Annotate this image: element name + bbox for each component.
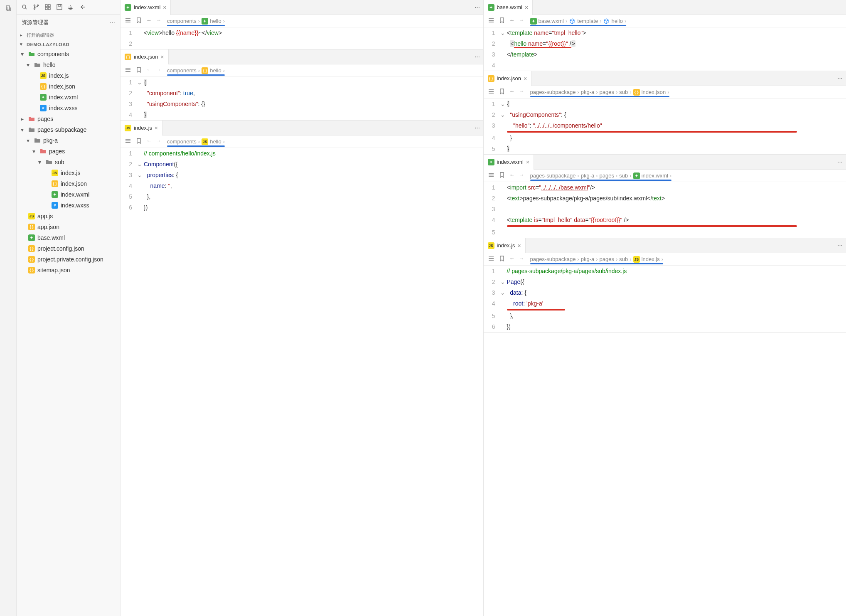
forward-icon[interactable]: → <box>519 255 524 263</box>
bookmark-icon[interactable] <box>135 17 142 25</box>
code-editor[interactable]: 1⌄{2 "component": true,3 "usingComponent… <box>121 77 483 120</box>
editor-tab[interactable]: { }index.json× <box>121 49 169 64</box>
back-icon[interactable]: ← <box>146 17 152 25</box>
files-icon[interactable] <box>3 3 13 13</box>
fold-icon[interactable] <box>137 191 144 202</box>
fold-icon[interactable]: ⌄ <box>137 170 144 180</box>
section-opened-editors[interactable]: ▸ 打开的编辑器 <box>17 30 120 40</box>
tree-item[interactable]: { }index.json <box>17 178 120 189</box>
tree-item[interactable]: ▾pkg-a <box>17 135 120 146</box>
list-icon[interactable] <box>488 17 494 25</box>
code-editor[interactable]: 1⌄{2⌄ "usingComponents": {3 "hello": "..… <box>484 99 846 154</box>
fold-icon[interactable]: ⌄ <box>137 159 144 170</box>
fold-icon[interactable]: ⌄ <box>500 27 507 38</box>
list-icon[interactable] <box>488 255 494 263</box>
tree-item[interactable]: #index.wxss <box>17 200 120 211</box>
tree-item[interactable]: { }index.json <box>17 81 120 92</box>
breadcrumb[interactable]: pages-subpackage›pkg-a›pages›sub›✦index.… <box>530 172 672 179</box>
bookmark-icon[interactable] <box>499 17 505 25</box>
forward-icon[interactable]: → <box>156 17 161 25</box>
tree-item[interactable]: JSindex.js <box>17 168 120 178</box>
editor-tab[interactable]: ✦index.wxml× <box>121 0 171 15</box>
close-icon[interactable]: × <box>524 75 527 82</box>
save-icon[interactable] <box>56 3 63 11</box>
more-icon[interactable]: ⋯ <box>475 125 480 131</box>
fold-icon[interactable] <box>500 133 507 143</box>
tree-item[interactable]: { }app.json <box>17 222 120 232</box>
fold-icon[interactable] <box>500 193 507 204</box>
fold-icon[interactable] <box>500 120 507 131</box>
fold-icon[interactable] <box>500 204 507 214</box>
more-icon[interactable]: ⋯ <box>837 242 843 249</box>
tree-item[interactable]: ▾hello <box>17 59 120 70</box>
close-icon[interactable]: × <box>525 4 528 11</box>
bookmark-icon[interactable] <box>135 67 142 74</box>
code-editor[interactable]: 1⌄<template name="tmpl_hello">2 <hello n… <box>484 27 846 71</box>
fold-icon[interactable] <box>500 60 507 71</box>
back-icon[interactable]: ← <box>146 138 152 145</box>
forward-icon[interactable]: → <box>156 138 161 145</box>
code-editor[interactable]: 1// pages-subpackage/pkg-a/pages/sub/ind… <box>484 266 846 332</box>
fold-icon[interactable] <box>137 148 144 159</box>
fold-icon[interactable] <box>137 202 144 213</box>
tree-item[interactable]: ✦index.wxml <box>17 92 120 103</box>
bookmark-icon[interactable] <box>499 255 505 263</box>
breadcrumb[interactable]: components›{ }hello› <box>167 67 225 74</box>
fold-icon[interactable] <box>137 88 144 99</box>
more-icon[interactable]: ⋯ <box>837 75 843 81</box>
code-editor[interactable]: 1<import src="../../../../base.wxml"/>2<… <box>484 182 846 238</box>
bookmark-icon[interactable] <box>135 138 142 145</box>
breadcrumb[interactable]: ✦base.wxml›template›hello› <box>530 18 627 25</box>
forward-icon[interactable]: → <box>156 67 161 74</box>
fold-icon[interactable] <box>137 99 144 109</box>
more-icon[interactable]: ⋯ <box>475 4 480 10</box>
collapse-icon[interactable] <box>79 3 86 11</box>
tree-item[interactable]: ▾pages <box>17 146 120 157</box>
fold-icon[interactable] <box>500 227 507 238</box>
close-icon[interactable]: × <box>161 54 164 60</box>
extensions-icon[interactable] <box>44 3 52 11</box>
forward-icon[interactable]: → <box>519 172 524 180</box>
fold-icon[interactable]: ⌄ <box>500 99 507 109</box>
fold-icon[interactable] <box>137 180 144 191</box>
fold-icon[interactable] <box>500 214 507 225</box>
fold-icon[interactable]: ⌄ <box>500 276 507 287</box>
close-icon[interactable]: × <box>526 159 529 165</box>
back-icon[interactable]: ← <box>509 172 515 180</box>
fold-icon[interactable] <box>500 143 507 154</box>
back-icon[interactable]: ← <box>509 255 515 263</box>
breadcrumb[interactable]: components›✦hello› <box>167 18 225 25</box>
fold-icon[interactable] <box>500 266 507 276</box>
fold-icon[interactable] <box>500 182 507 193</box>
fold-icon[interactable]: ⌄ <box>500 287 507 298</box>
tree-item[interactable]: { }project.config.json <box>17 243 120 254</box>
fold-icon[interactable] <box>137 27 144 38</box>
docker-icon[interactable] <box>67 3 75 11</box>
list-icon[interactable] <box>125 67 131 74</box>
bookmark-icon[interactable] <box>499 172 505 180</box>
search-icon[interactable] <box>21 3 28 11</box>
forward-icon[interactable]: → <box>519 88 524 96</box>
branch-icon[interactable] <box>32 3 40 11</box>
bookmark-icon[interactable] <box>499 88 505 96</box>
tree-item[interactable]: ▾sub <box>17 157 120 168</box>
more-icon[interactable]: ⋯ <box>475 54 480 60</box>
list-icon[interactable] <box>125 138 131 145</box>
tree-item[interactable]: ✦base.wxml <box>17 232 120 243</box>
tree-item[interactable]: ▸pages <box>17 113 120 124</box>
tree-item[interactable]: { }project.private.config.json <box>17 254 120 265</box>
fold-icon[interactable] <box>500 38 507 49</box>
back-icon[interactable]: ← <box>509 88 515 96</box>
close-icon[interactable]: × <box>155 125 158 131</box>
editor-tab[interactable]: JSindex.js× <box>484 238 526 253</box>
fold-icon[interactable] <box>500 321 507 332</box>
tree-item[interactable]: #index.wxss <box>17 103 120 113</box>
code-editor[interactable]: 1// components/hello/index.js2⌄Component… <box>121 148 483 213</box>
close-icon[interactable]: × <box>518 242 521 249</box>
more-icon[interactable]: ⋯ <box>110 20 115 26</box>
editor-tab[interactable]: ✦index.wxml× <box>484 155 534 170</box>
fold-icon[interactable] <box>137 38 144 49</box>
close-icon[interactable]: × <box>163 4 166 11</box>
fold-icon[interactable] <box>137 109 144 120</box>
list-icon[interactable] <box>488 88 494 96</box>
